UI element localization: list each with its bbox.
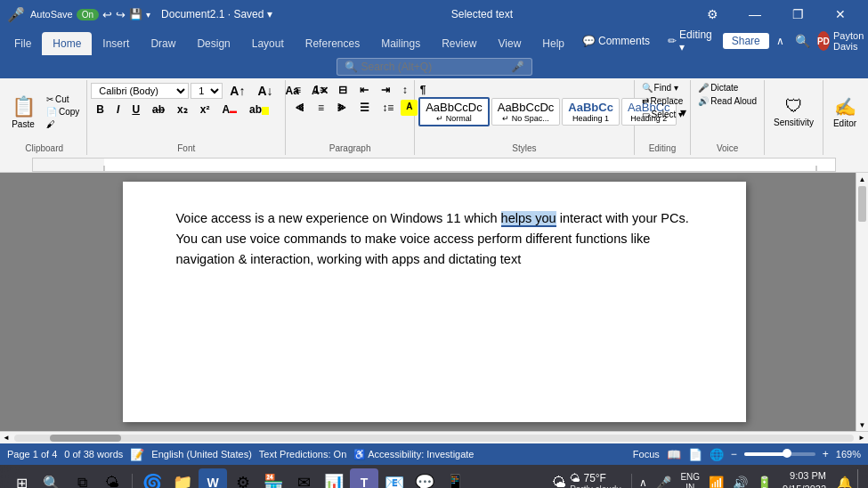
lang-button[interactable]: ENGIN [677, 470, 703, 488]
document-page[interactable]: Voice access is a new experience on Wind… [123, 182, 746, 422]
decrease-font-button[interactable]: A↓ [252, 82, 278, 100]
read-aloud-button[interactable]: 🔊 Read Aloud [694, 95, 760, 107]
font-size-select[interactable]: 11 [191, 83, 223, 99]
subscript-button[interactable]: x₂ [172, 102, 193, 118]
tab-layout[interactable]: Layout [241, 32, 295, 55]
editor-button[interactable]: ✍ Editor [827, 94, 863, 130]
word-count[interactable]: 0 of 38 words [64, 449, 123, 460]
undo-icon[interactable]: ↩ [102, 8, 112, 21]
scroll-up-button[interactable]: ▲ [856, 173, 868, 185]
numbering-button[interactable]: 1≡ [308, 82, 331, 98]
store-icon[interactable]: 🏪 [259, 468, 288, 488]
format-painter-button[interactable]: 🖌 [43, 118, 83, 130]
tab-insert[interactable]: Insert [92, 32, 140, 55]
settings-icon[interactable]: ⚙ [692, 0, 733, 28]
hidden-icons-button[interactable]: ∧ [636, 475, 651, 488]
start-button[interactable]: ⊞ [7, 468, 36, 488]
align-right-button[interactable]: ⫸ [331, 100, 353, 116]
show-desktop-button[interactable] [857, 469, 861, 488]
underline-button[interactable]: U [126, 102, 145, 118]
mic-taskbar-icon[interactable]: 🎤 [653, 474, 675, 488]
style-normal[interactable]: AaBbCcDc ↵ Normal [418, 97, 490, 126]
customize-qa[interactable]: ▾ [146, 10, 150, 20]
strikethrough-button[interactable]: ab [147, 102, 170, 118]
tab-file[interactable]: File [4, 32, 42, 55]
scrollbar-horizontal[interactable]: ◄ ► [0, 431, 868, 443]
scroll-down-button[interactable]: ▼ [856, 419, 868, 431]
sort-button[interactable]: ↕ [397, 82, 413, 98]
search-button[interactable]: 🔍 [37, 468, 66, 488]
search-input[interactable] [361, 61, 511, 73]
language[interactable]: English (United States) [151, 449, 252, 460]
scrollbar-vertical[interactable]: ▲ ▼ [856, 173, 868, 431]
hscroll-right-button[interactable]: ► [856, 432, 868, 444]
autosave-toggle[interactable]: On [77, 9, 99, 20]
web-layout-icon[interactable]: 🌐 [710, 448, 724, 461]
zoom-in-button[interactable]: + [823, 448, 829, 460]
weather-widget[interactable]: 🌤 🌤 75°F Partly cloudy [545, 468, 628, 489]
style-no-spacing[interactable]: AaBbCcDc ↵ No Spac... [491, 98, 561, 126]
tab-draw[interactable]: Draw [140, 32, 186, 55]
word-icon[interactable]: W [199, 468, 227, 488]
hscroll-thumb[interactable] [50, 435, 121, 442]
align-center-button[interactable]: ≡ [312, 100, 329, 116]
battery-icon[interactable]: 🔋 [753, 474, 775, 488]
align-left-button[interactable]: ⫷ [289, 100, 311, 116]
dictate-button[interactable]: 🎤 Dictate [694, 82, 742, 94]
network-icon[interactable]: 📶 [705, 474, 727, 488]
focus-button[interactable]: Focus [633, 449, 660, 460]
text-color-button[interactable]: A▬ [216, 102, 242, 118]
superscript-button[interactable]: x² [195, 102, 215, 118]
font-name-select[interactable]: Calibri (Body) [91, 83, 189, 99]
tab-mailings[interactable]: Mailings [370, 32, 431, 55]
tab-review[interactable]: Review [431, 32, 487, 55]
redo-icon[interactable]: ↪ [116, 8, 126, 21]
settings-taskbar-icon[interactable]: ⚙ [229, 468, 257, 488]
accessibility-check[interactable]: ♿ Accessibility: Investigate [353, 449, 474, 460]
search-ribbon-button[interactable]: 🔍 [791, 32, 814, 50]
doc-name[interactable]: Document2.1 · Saved ▾ [161, 8, 272, 20]
copy-button[interactable]: 📄Copy [43, 106, 83, 118]
phone-icon[interactable]: 📱 [441, 468, 469, 488]
task-view-button[interactable]: ⧉ [68, 468, 96, 488]
zoom-level[interactable]: 169% [836, 449, 861, 460]
highlight-button[interactable]: ab▬ [244, 102, 274, 118]
bold-button[interactable]: B [91, 102, 110, 118]
style-heading1[interactable]: AaBbCc Heading 1 [562, 98, 620, 126]
sensitivity-button[interactable]: 🛡 Sensitivity [768, 94, 819, 129]
notification-button[interactable]: 🔔 [833, 474, 856, 488]
zoom-out-button[interactable]: − [731, 448, 737, 460]
page-count[interactable]: Page 1 of 4 [7, 449, 57, 460]
editing-button[interactable]: ✏ Editing ▾ [661, 27, 719, 55]
widgets-button[interactable]: 🌤 [98, 468, 126, 488]
zoom-slider[interactable] [744, 452, 815, 456]
tab-help[interactable]: Help [531, 32, 575, 55]
minimize-button[interactable]: — [734, 0, 775, 28]
collapse-ribbon-button[interactable]: ∧ [773, 33, 788, 49]
justify-button[interactable]: ☰ [354, 100, 375, 116]
text-predictions[interactable]: Text Predictions: On [259, 449, 346, 460]
paste-button[interactable]: 📋 Paste [5, 94, 41, 131]
italic-button[interactable]: I [111, 102, 125, 118]
select-button[interactable]: ▭ Select ▾ [638, 109, 687, 120]
volume-icon[interactable]: 🔊 [729, 474, 751, 488]
find-button[interactable]: 🔍 Find ▾ [638, 82, 682, 94]
line-spacing-button[interactable]: ↕≡ [377, 100, 399, 116]
proofing-icon[interactable]: 📝 [130, 448, 144, 461]
restore-button[interactable]: ❐ [777, 0, 818, 28]
tab-design[interactable]: Design [186, 32, 240, 55]
tab-home[interactable]: Home [42, 32, 92, 55]
print-layout-icon[interactable]: 📄 [688, 448, 702, 461]
bullets-button[interactable]: ≡ [289, 82, 306, 98]
hscroll-left-button[interactable]: ◄ [0, 432, 12, 444]
increase-font-button[interactable]: A↑ [224, 82, 250, 100]
chat-icon[interactable]: 💬 [410, 468, 439, 488]
comments-button[interactable]: 💬 Comments [575, 33, 657, 49]
close-button[interactable]: ✕ [820, 0, 861, 28]
teams-icon[interactable]: T [350, 468, 378, 488]
save-icon[interactable]: 💾 [129, 8, 142, 20]
replace-button[interactable]: ⇄ Replace [638, 95, 687, 107]
user-avatar[interactable]: PD [817, 31, 830, 51]
decrease-indent-button[interactable]: ⇤ [354, 82, 374, 98]
read-mode-icon[interactable]: 📖 [667, 448, 681, 461]
